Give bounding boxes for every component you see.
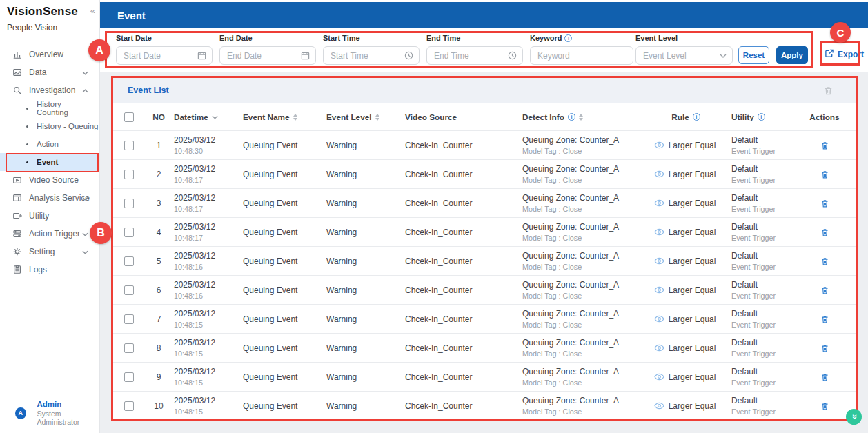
row-checkbox[interactable] (124, 314, 134, 324)
chevron-up-icon (82, 85, 88, 95)
end-time-input[interactable] (434, 51, 508, 61)
delete-row-trash-icon[interactable] (820, 141, 829, 150)
row-checkbox[interactable] (124, 256, 134, 266)
eye-icon[interactable] (654, 228, 664, 236)
column-event-name[interactable]: Event Name (243, 112, 326, 122)
event-list-title: Event List (128, 85, 169, 95)
row-event-level: Warning (326, 343, 405, 353)
bulk-delete-trash-icon[interactable] (823, 85, 834, 96)
app-title: VisionSense (7, 5, 92, 19)
column-no[interactable]: NO (145, 112, 172, 122)
row-utility-type: Event Trigger (731, 176, 776, 184)
clock-icon[interactable] (508, 51, 517, 60)
eye-icon[interactable] (654, 199, 664, 207)
eye-icon[interactable] (654, 373, 664, 381)
end-date-input[interactable] (227, 51, 301, 61)
row-event-name: Queuing Event (243, 401, 326, 411)
apply-button[interactable]: Apply (776, 46, 808, 64)
start-time-input[interactable] (331, 51, 404, 61)
row-utility-type: Event Trigger (731, 205, 776, 213)
row-checkbox[interactable] (124, 228, 134, 237)
eye-icon[interactable] (654, 286, 664, 294)
delete-row-trash-icon[interactable] (820, 401, 829, 411)
column-event-level[interactable]: Event Level (326, 112, 405, 122)
sidebar-item-data[interactable]: Data (0, 63, 99, 81)
column-video-source[interactable]: Video Source (405, 112, 515, 122)
row-detect-info: Queuing Zone: Counter_A (522, 309, 619, 319)
row-utility: Default (731, 338, 758, 348)
sidebar-item-action[interactable]: Action (0, 135, 99, 153)
column-detect-info[interactable]: Detect Info i (515, 112, 642, 122)
sidebar-item-label: Action (37, 140, 59, 148)
column-utility[interactable]: Utility i (724, 112, 793, 122)
sidebar-item-setting[interactable]: Setting (0, 243, 99, 261)
eye-icon[interactable] (654, 257, 664, 265)
delete-row-trash-icon[interactable] (820, 285, 829, 295)
sidebar-item-label: Video Source (29, 175, 79, 185)
delete-row-trash-icon[interactable] (820, 314, 829, 324)
row-checkbox[interactable] (124, 141, 134, 150)
event-level-select[interactable]: Event Level (635, 46, 733, 65)
row-checkbox[interactable] (124, 343, 134, 353)
row-event-name: Queuing Event (243, 170, 326, 179)
sidebar-collapse-icon[interactable]: « (90, 6, 95, 16)
sidebar-item-action-trigger[interactable]: Action Trigger (0, 225, 99, 243)
column-rule[interactable]: Rule i (642, 112, 724, 122)
row-number: 2 (145, 170, 172, 179)
sidebar-item-overview[interactable]: Overview (0, 46, 99, 63)
row-event-level: Warning (326, 372, 405, 382)
sidebar-item-event[interactable]: Event (0, 153, 99, 171)
select-all-checkbox[interactable] (124, 112, 134, 122)
row-checkbox[interactable] (124, 199, 134, 208)
user-profile[interactable]: A Admin System Administrator (0, 400, 99, 426)
bullet-icon (26, 125, 28, 128)
info-icon[interactable]: i (693, 113, 700, 121)
sidebar-item-investigation[interactable]: Investigation (0, 81, 99, 99)
column-datetime[interactable]: Datetime (172, 112, 243, 122)
start-date-input[interactable] (124, 51, 197, 61)
sidebar-item-logs[interactable]: Logs (0, 261, 99, 279)
row-checkbox[interactable] (124, 170, 134, 179)
eye-icon[interactable] (654, 402, 664, 410)
chevron-down-icon (82, 247, 88, 256)
delete-row-trash-icon[interactable] (820, 256, 829, 266)
row-time: 10:48:17 (174, 205, 203, 213)
sidebar-item-utility[interactable]: Utility (0, 207, 99, 225)
chevron-down-icon (82, 193, 88, 203)
row-checkbox[interactable] (124, 285, 134, 295)
row-video-source: Chcek-In_Counter (405, 170, 515, 179)
sidebar-item-analysis-service[interactable]: Analysis Service (0, 189, 99, 207)
row-utility-type: Event Trigger (731, 147, 776, 155)
delete-row-trash-icon[interactable] (820, 372, 829, 382)
row-detect-model-tag: Model Tag : Close (522, 407, 582, 416)
sidebar-item-history-counting[interactable]: History - Counting (0, 99, 99, 117)
info-icon[interactable]: i (564, 34, 572, 42)
reset-button[interactable]: Reset (738, 46, 769, 64)
sidebar-item-history-queuing[interactable]: History - Queuing (0, 117, 99, 135)
clock-icon[interactable] (404, 51, 413, 60)
bullet-icon (26, 143, 28, 145)
sidebar-item-video-source[interactable]: Video Source (0, 171, 99, 189)
info-icon[interactable]: i (758, 113, 765, 121)
row-checkbox[interactable] (124, 372, 134, 382)
export-button[interactable]: Export (825, 46, 864, 63)
row-event-name: Queuing Event (243, 199, 326, 208)
eye-icon[interactable] (654, 170, 664, 178)
table-row: 5 2025/03/12 10:48:16 Queuing Event Warn… (112, 247, 856, 276)
calendar-icon[interactable] (197, 51, 206, 60)
eye-icon[interactable] (654, 315, 664, 323)
delete-row-trash-icon[interactable] (820, 343, 829, 353)
delete-row-trash-icon[interactable] (820, 228, 829, 237)
calendar-icon[interactable] (301, 51, 310, 60)
keyword-input[interactable] (537, 51, 627, 61)
start-date-label: Start Date (116, 34, 213, 42)
eye-icon[interactable] (654, 344, 664, 352)
row-checkbox[interactable] (124, 401, 134, 411)
eye-icon[interactable] (654, 141, 664, 149)
table-header-row: NO Datetime Event Name Event Level Video… (112, 103, 856, 131)
widget-bubble-button[interactable]: « (846, 409, 862, 425)
delete-row-trash-icon[interactable] (820, 199, 829, 208)
info-icon[interactable]: i (568, 113, 575, 121)
row-date: 2025/03/12 (174, 193, 215, 203)
delete-row-trash-icon[interactable] (820, 170, 829, 179)
